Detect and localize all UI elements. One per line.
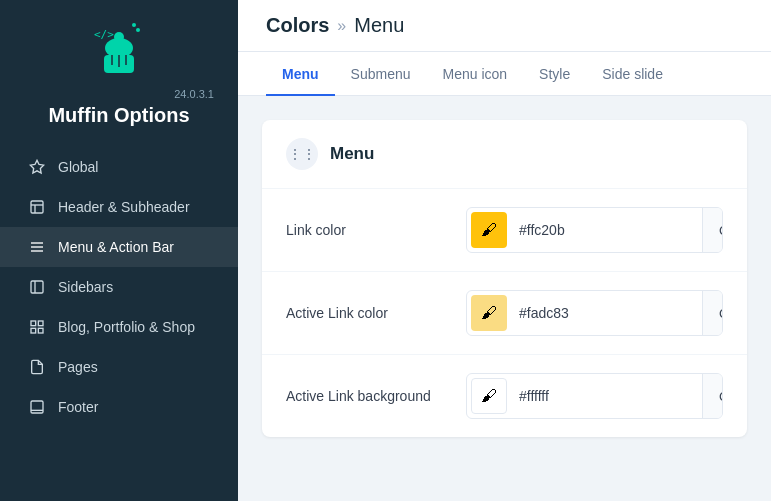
sidebar-item-menu[interactable]: Menu & Action Bar [0,227,238,267]
sidebar-item-global-label: Global [58,159,98,175]
sidebar-item-global[interactable]: Global [0,147,238,187]
version-label: 24.0.3.1 [174,88,214,100]
card-title: Menu [330,144,374,164]
svg-rect-22 [31,401,43,413]
svg-rect-16 [31,281,43,293]
active-link-color-row: Active Link color 🖌 Clear [262,272,747,355]
svg-rect-10 [31,201,43,213]
svg-point-2 [136,28,140,32]
svg-rect-19 [38,321,43,326]
eyedropper-icon-3: 🖌 [481,387,497,405]
breadcrumb-separator: » [337,17,346,35]
app-title: Muffin Options [48,104,189,127]
active-link-bg-swatch[interactable]: 🖌 [467,374,511,418]
svg-rect-18 [31,321,36,326]
sidebar-item-sidebars-label: Sidebars [58,279,113,295]
sidebar-icon [28,278,46,296]
active-link-color-swatch[interactable]: 🖌 [467,291,511,335]
tab-menu-icon[interactable]: Menu icon [427,52,524,96]
active-link-color-label: Active Link color [286,305,466,321]
sidebar-item-pages[interactable]: Pages [0,347,238,387]
link-color-row: Link color 🖌 Clear [262,189,747,272]
active-link-color-clear-button[interactable]: Clear [702,291,723,335]
main-content: Colors » Menu Menu Submenu Menu icon Sty… [238,0,771,501]
file-icon [28,358,46,376]
menu-icon [28,238,46,256]
sidebar-nav: Global Header & Subheader Menu & Action … [0,147,238,427]
eyedropper-icon-2: 🖌 [481,304,497,322]
link-color-swatch-inner: 🖌 [471,212,507,248]
sidebar: </> 24.0.3.1 Muffin Options [0,0,238,501]
breadcrumb-title: Colors [266,14,329,37]
sidebar-item-pages-label: Pages [58,359,98,375]
logo-container: </> [89,20,149,80]
sidebar-item-sidebars[interactable]: Sidebars [0,267,238,307]
menu-card: ⋮⋮ Menu Link color 🖌 Clear Act [262,120,747,437]
tab-side-slide[interactable]: Side slide [586,52,679,96]
grid-icon [28,318,46,336]
active-link-bg-swatch-inner: 🖌 [471,378,507,414]
link-color-label: Link color [286,222,466,238]
link-color-swatch[interactable]: 🖌 [467,208,511,252]
card-header-icon: ⋮⋮ [286,138,318,170]
sidebar-item-menu-label: Menu & Action Bar [58,239,174,255]
svg-marker-9 [30,160,43,173]
breadcrumb: Colors » Menu [238,0,771,52]
layout-icon [28,198,46,216]
svg-rect-20 [31,328,36,333]
svg-text:</>: </> [94,28,114,41]
card-header: ⋮⋮ Menu [262,120,747,189]
sidebar-item-header[interactable]: Header & Subheader [0,187,238,227]
svg-point-5 [114,32,124,42]
tab-style[interactable]: Style [523,52,586,96]
active-link-bg-row: Active Link background 🖌 Clear [262,355,747,437]
star-icon [28,158,46,176]
active-link-bg-input-group: 🖌 Clear [466,373,723,419]
eyedropper-icon: 🖌 [481,221,497,239]
logo-icon: </> [89,20,149,80]
active-link-bg-hex-input[interactable] [511,388,702,404]
svg-rect-21 [38,328,43,333]
footer-icon [28,398,46,416]
tab-submenu[interactable]: Submenu [335,52,427,96]
content-area: ⋮⋮ Menu Link color 🖌 Clear Act [238,96,771,501]
sidebar-item-footer[interactable]: Footer [0,387,238,427]
active-link-color-hex-input[interactable] [511,305,702,321]
link-color-hex-input[interactable] [511,222,702,238]
breadcrumb-sub: Menu [354,14,404,37]
tabs-bar: Menu Submenu Menu icon Style Side slide [238,52,771,96]
active-link-color-swatch-inner: 🖌 [471,295,507,331]
active-link-bg-label: Active Link background [286,388,466,404]
sidebar-item-blog[interactable]: Blog, Portfolio & Shop [0,307,238,347]
link-color-input-group: 🖌 Clear [466,207,723,253]
link-color-clear-button[interactable]: Clear [702,208,723,252]
svg-point-1 [132,23,136,27]
active-link-bg-clear-button[interactable]: Clear [702,374,723,418]
tab-menu[interactable]: Menu [266,52,335,96]
sidebar-item-header-label: Header & Subheader [58,199,190,215]
sidebar-item-footer-label: Footer [58,399,98,415]
active-link-color-input-group: 🖌 Clear [466,290,723,336]
sidebar-item-blog-label: Blog, Portfolio & Shop [58,319,195,335]
